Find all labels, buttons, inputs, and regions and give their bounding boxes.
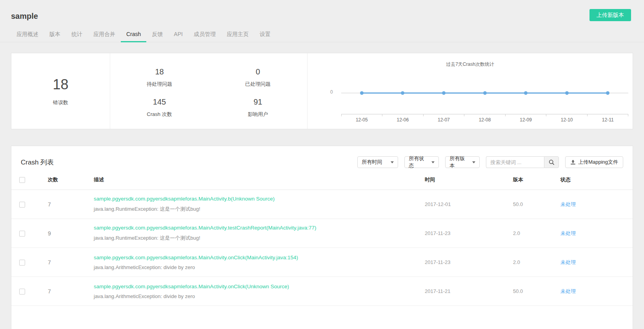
- crash-time: 2017-11-21: [425, 288, 513, 294]
- stat-value: 91: [253, 98, 262, 107]
- crash-list-header: Crash 列表 所有时间 所有状态 所有版本: [11, 146, 633, 168]
- data-point: [360, 91, 364, 95]
- crash-count: 7: [48, 288, 94, 295]
- stat-label: 已处理问题: [245, 81, 271, 88]
- crash-trend-chart: 过去7天Crash次数统计 0 12-05 12-06 12-07 12-08 …: [307, 53, 633, 129]
- crash-time: 2017-11-23: [425, 230, 513, 236]
- tab-statistics[interactable]: 统计: [66, 31, 88, 42]
- row-checkbox[interactable]: [19, 289, 25, 295]
- tab-settings[interactable]: 设置: [254, 31, 276, 42]
- crash-description-link[interactable]: sample.pgyersdk.com.pgyersdksapmleforas.…: [94, 255, 425, 260]
- search-icon: [549, 159, 555, 165]
- stat-value: 145: [153, 98, 166, 107]
- status-filter-value: 所有状态: [409, 155, 428, 169]
- x-tick-label: 12-07: [423, 117, 464, 123]
- error-count-value: 18: [53, 76, 68, 93]
- page-header: sample 上传新版本 应用概述 版本 统计 应用合并 Crash 反馈 AP…: [0, 0, 644, 42]
- crash-description-link[interactable]: sample.pgyersdk.com.pgyersdksapmleforas.…: [94, 284, 425, 289]
- search-input[interactable]: [486, 156, 544, 168]
- version-filter-value: 所有版本: [449, 155, 469, 169]
- select-all-checkbox[interactable]: [19, 177, 25, 183]
- table-row: 7 sample.pgyersdk.com.pgyersdksapmlefora…: [11, 277, 633, 306]
- stat-label: Crash 次数: [147, 111, 172, 118]
- tab-feedback[interactable]: 反馈: [146, 31, 168, 42]
- crash-count: 7: [48, 259, 94, 266]
- tab-app-homepage[interactable]: 应用主页: [221, 31, 254, 42]
- status-link[interactable]: 未处理: [560, 201, 576, 207]
- table-row: 7 sample.pgyersdk.com.pgyersdksapmlefora…: [11, 248, 633, 277]
- stat-value: 18: [155, 67, 164, 76]
- crash-version: 50.0: [513, 201, 560, 207]
- column-header-time: 时间: [425, 176, 513, 183]
- search-button[interactable]: [544, 156, 559, 168]
- status-link[interactable]: 未处理: [560, 230, 576, 236]
- data-point: [524, 91, 528, 95]
- stat-value: 0: [256, 67, 260, 76]
- x-tick-label: 12-06: [382, 117, 424, 123]
- upload-mapping-button[interactable]: 上传Mapping文件: [565, 156, 623, 168]
- crash-exception-detail: java.lang.RuntimeException: 这是一个测试bug!: [94, 206, 425, 213]
- chevron-down-icon: [431, 161, 435, 163]
- time-filter-select[interactable]: 所有时间: [357, 156, 398, 168]
- status-link[interactable]: 未处理: [560, 259, 576, 265]
- tab-bar: 应用概述 版本 统计 应用合并 Crash 反馈 API 成员管理 应用主页 设…: [11, 31, 633, 42]
- crash-version: 50.0: [513, 288, 560, 294]
- crash-exception-detail: java.lang.ArithmeticException: divide by…: [94, 264, 425, 270]
- data-point: [401, 91, 404, 95]
- crash-list-filters: 所有时间 所有状态 所有版本: [357, 156, 623, 168]
- stat-label: 影响用户: [248, 111, 268, 118]
- tab-api[interactable]: API: [168, 31, 188, 42]
- affected-users-stat: 91 影响用户: [209, 93, 307, 123]
- row-checkbox[interactable]: [19, 260, 25, 266]
- table-row: 7 sample.pgyersdk.com.pgyersdksapmlefora…: [11, 190, 633, 219]
- x-axis-labels: 12-05 12-06 12-07 12-08 12-09 12-10 12-1…: [341, 117, 628, 123]
- crash-exception-detail: java.lang.RuntimeException: 这是一个测试bug!: [94, 235, 425, 242]
- crash-description-link[interactable]: sample.pgyersdk.com.pgyersdksapmleforas.…: [94, 225, 425, 231]
- data-point: [442, 91, 446, 95]
- x-axis: [341, 114, 628, 116]
- tab-app-overview[interactable]: 应用概述: [11, 31, 44, 42]
- crash-table: 次数 描述 时间 版本 状态 7 sample.pgyersdk.com.pgy…: [11, 170, 633, 306]
- stat-label: 待处理问题: [147, 81, 172, 88]
- row-checkbox[interactable]: [19, 231, 25, 237]
- error-count-label: 错误数: [53, 99, 68, 106]
- chart-data-points: [341, 93, 628, 95]
- page-title: sample: [11, 12, 633, 21]
- upload-new-version-button[interactable]: 上传新版本: [589, 9, 631, 21]
- crash-description-link[interactable]: sample.pgyersdk.com.pgyersdksapmleforas.…: [94, 196, 425, 202]
- x-tick-label: 12-10: [546, 117, 588, 123]
- x-tick-label: 12-05: [341, 117, 382, 123]
- chevron-down-icon: [472, 161, 475, 163]
- tab-crash[interactable]: Crash: [121, 31, 146, 42]
- time-filter-value: 所有时间: [362, 159, 382, 166]
- upload-mapping-label: 上传Mapping文件: [578, 159, 618, 166]
- crash-list-card: Crash 列表 所有时间 所有状态 所有版本: [11, 146, 633, 329]
- pending-issues-stat: 18 待处理问题: [110, 63, 209, 93]
- x-tick-label: 12-08: [464, 117, 506, 123]
- tab-member-management[interactable]: 成员管理: [188, 31, 221, 42]
- tab-app-merge[interactable]: 应用合并: [88, 31, 121, 42]
- data-point: [565, 91, 569, 95]
- column-header-count: 次数: [48, 176, 94, 183]
- resolved-issues-stat: 0 已处理问题: [209, 63, 307, 93]
- chevron-down-icon: [391, 161, 394, 163]
- y-axis-tick-label: 0: [330, 89, 333, 95]
- data-point: [606, 91, 609, 95]
- status-link[interactable]: 未处理: [560, 288, 576, 294]
- crash-version: 2.0: [513, 230, 560, 236]
- crash-count: 9: [48, 230, 94, 237]
- crash-count-stat: 145 Crash 次数: [110, 93, 209, 123]
- status-filter-select[interactable]: 所有状态: [404, 156, 439, 168]
- table-header-row: 次数 描述 时间 版本 状态: [11, 170, 633, 190]
- crash-exception-detail: java.lang.ArithmeticException: divide by…: [94, 293, 425, 299]
- crash-version: 2.0: [513, 259, 560, 265]
- crash-stats-card: 18 错误数 18 待处理问题 0 已处理问题 145 Crash 次数 91 …: [11, 53, 633, 129]
- tab-versions[interactable]: 版本: [44, 31, 66, 42]
- row-checkbox[interactable]: [19, 202, 25, 208]
- search-group: [486, 156, 559, 168]
- x-tick-label: 12-09: [505, 117, 546, 123]
- crash-list-title: Crash 列表: [21, 158, 54, 167]
- version-filter-select[interactable]: 所有版本: [445, 156, 480, 168]
- upload-icon: [570, 159, 576, 165]
- table-row: 9 sample.pgyersdk.com.pgyersdksapmlefora…: [11, 219, 633, 248]
